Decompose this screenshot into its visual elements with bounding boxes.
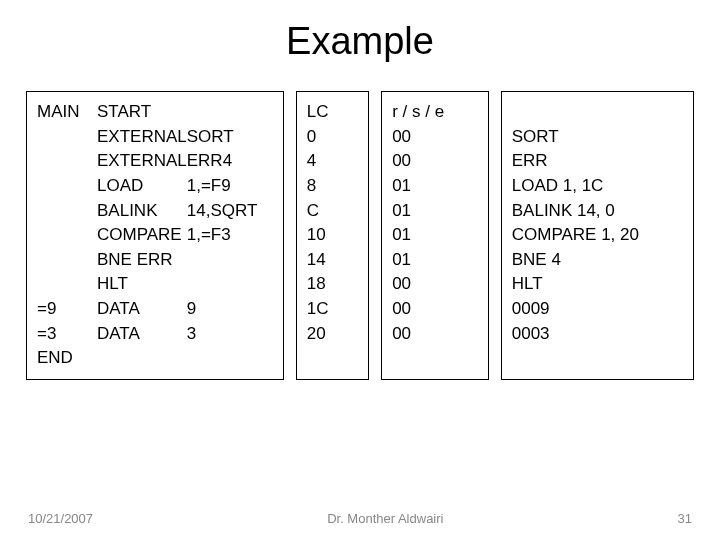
rse-cell: 01 — [392, 199, 478, 224]
content-row: MAIN =9 =3 END START EXTERNAL EXTERNAL L… — [0, 91, 720, 380]
slide-title: Example — [0, 20, 720, 63]
label-cell — [37, 248, 97, 273]
operand-cell: SORT — [187, 125, 273, 150]
label-cell — [37, 223, 97, 248]
mnemonic-cell: BALINK — [97, 199, 187, 224]
out-cell: LOAD 1, 1C — [512, 174, 683, 199]
rse-cell — [392, 346, 478, 371]
label-cell — [37, 174, 97, 199]
lc-cell: 10 — [307, 223, 358, 248]
label-cell — [37, 125, 97, 150]
label-cell — [37, 149, 97, 174]
out-cell: HLT — [512, 272, 683, 297]
label-cell: END — [37, 346, 97, 371]
label-cell: =9 — [37, 297, 97, 322]
mnemonic-cell — [97, 346, 187, 371]
operand-cell: 1,=F3 — [187, 223, 273, 248]
lc-cell: LC — [307, 100, 358, 125]
operand-cell — [187, 346, 273, 371]
lc-cell: 20 — [307, 322, 358, 347]
operand-cell — [187, 100, 273, 125]
source-box: MAIN =9 =3 END START EXTERNAL EXTERNAL L… — [26, 91, 284, 380]
rse-box: r / s / e 00 00 01 01 01 01 00 00 00 — [381, 91, 489, 380]
lc-box: LC 0 4 8 C 10 14 18 1C 20 — [296, 91, 369, 380]
mnemonic-cell: EXTERNAL — [97, 149, 187, 174]
out-cell: SORT — [512, 125, 683, 150]
lc-cell: C — [307, 199, 358, 224]
operand-column: SORT ERR4 1,=F9 14,SQRT 1,=F3 9 3 — [187, 100, 273, 371]
label-column: MAIN =9 =3 END — [37, 100, 97, 371]
footer-date: 10/21/2007 — [28, 511, 93, 526]
lc-cell: 4 — [307, 149, 358, 174]
out-cell — [512, 100, 683, 125]
lc-cell: 1C — [307, 297, 358, 322]
label-cell: =3 — [37, 322, 97, 347]
operand-cell: 9 — [187, 297, 273, 322]
rse-cell: 00 — [392, 272, 478, 297]
lc-cell — [307, 346, 358, 371]
operand-cell: 14,SQRT — [187, 199, 273, 224]
operand-cell: ERR4 — [187, 149, 273, 174]
mnemonic-cell: EXTERNAL — [97, 125, 187, 150]
operand-cell: 3 — [187, 322, 273, 347]
mnemonic-cell: DATA — [97, 297, 187, 322]
footer-author: Dr. Monther Aldwairi — [93, 511, 677, 526]
mnemonic-column: START EXTERNAL EXTERNAL LOAD BALINK COMP… — [97, 100, 187, 371]
mnemonic-cell: LOAD — [97, 174, 187, 199]
rse-cell: r / s / e — [392, 100, 478, 125]
operand-cell: 1,=F9 — [187, 174, 273, 199]
mnemonic-cell: DATA — [97, 322, 187, 347]
mnemonic-cell: BNE ERR — [97, 248, 187, 273]
lc-cell: 14 — [307, 248, 358, 273]
label-cell — [37, 272, 97, 297]
label-cell — [37, 199, 97, 224]
operand-cell — [187, 248, 273, 273]
rse-cell: 01 — [392, 174, 478, 199]
out-cell: BNE 4 — [512, 248, 683, 273]
mnemonic-cell: HLT — [97, 272, 187, 297]
out-cell: 0009 — [512, 297, 683, 322]
rse-cell: 01 — [392, 248, 478, 273]
rse-cell: 00 — [392, 125, 478, 150]
rse-cell: 00 — [392, 322, 478, 347]
mnemonic-cell: START — [97, 100, 187, 125]
out-cell: COMPARE 1, 20 — [512, 223, 683, 248]
lc-cell: 18 — [307, 272, 358, 297]
rse-cell: 00 — [392, 297, 478, 322]
rse-cell: 01 — [392, 223, 478, 248]
footer: 10/21/2007 Dr. Monther Aldwairi 31 — [0, 511, 720, 526]
lc-cell: 8 — [307, 174, 358, 199]
label-cell: MAIN — [37, 100, 97, 125]
operand-cell — [187, 272, 273, 297]
output-box: SORT ERR LOAD 1, 1C BALINK 14, 0 COMPARE… — [501, 91, 694, 380]
out-cell: BALINK 14, 0 — [512, 199, 683, 224]
out-cell: ERR — [512, 149, 683, 174]
lc-cell: 0 — [307, 125, 358, 150]
out-cell: 0003 — [512, 322, 683, 347]
footer-page: 31 — [678, 511, 692, 526]
rse-cell: 00 — [392, 149, 478, 174]
out-cell — [512, 346, 683, 371]
mnemonic-cell: COMPARE — [97, 223, 187, 248]
